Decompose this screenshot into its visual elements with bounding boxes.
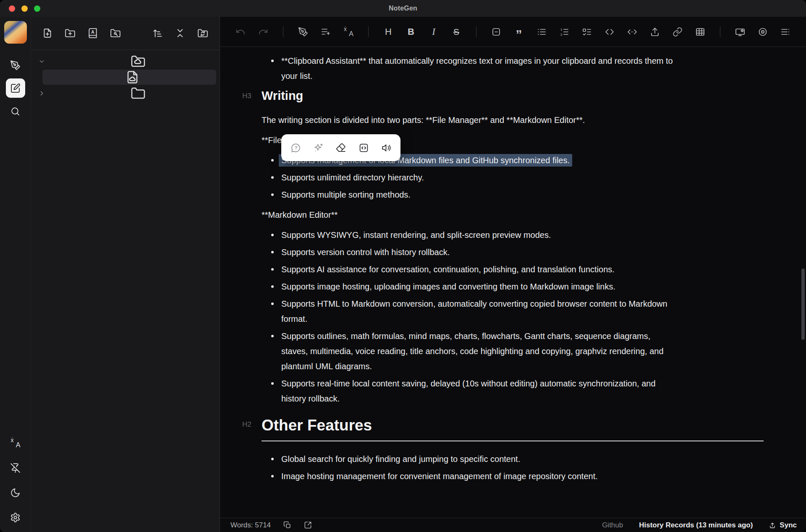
outline-button[interactable]: [780, 27, 790, 37]
link-button[interactable]: [673, 27, 683, 37]
sync-target-label: Github: [602, 521, 623, 529]
ask-ai-button[interactable]: ?: [290, 143, 301, 153]
clear-format-button[interactable]: [336, 143, 346, 153]
ai-polish-button[interactable]: [298, 27, 308, 37]
copy-button[interactable]: [283, 521, 291, 529]
divider-button[interactable]: [491, 27, 501, 37]
close-button[interactable]: [9, 5, 15, 12]
sort-button[interactable]: [152, 28, 163, 39]
ai-continue-button[interactable]: [321, 27, 331, 37]
list-item[interactable]: Image hosting management for convenient …: [281, 469, 768, 484]
redo-button[interactable]: [258, 27, 268, 37]
rail-top-group: [6, 55, 25, 121]
theme-button[interactable]: [6, 483, 25, 502]
preview-button[interactable]: [758, 27, 768, 37]
collapse-all-button[interactable]: [175, 28, 186, 39]
task-list-button[interactable]: [582, 27, 592, 37]
bullet-list: Global search for quickly finding and ju…: [262, 451, 806, 484]
file-plus-icon: [42, 28, 53, 39]
record-mode-button[interactable]: [6, 55, 25, 75]
open-external-button[interactable]: [304, 521, 312, 529]
code-square-icon: [359, 143, 369, 153]
heading-button[interactable]: H: [383, 27, 393, 37]
list-item[interactable]: Supports HTML to Markdown conversion, au…: [281, 296, 768, 326]
italic-button[interactable]: I: [429, 27, 439, 37]
copy-icon: [283, 521, 291, 529]
file-panel-toolbar: A: [31, 17, 220, 50]
status-left: Words: 5714: [230, 521, 312, 529]
search-icon: [10, 106, 21, 117]
code-icon: [604, 27, 615, 37]
list-item[interactable]: Global search for quickly finding and ju…: [281, 451, 768, 467]
bold-button[interactable]: B: [406, 27, 416, 37]
quote-icon: ”: [516, 28, 522, 41]
zoom-button[interactable]: [34, 5, 40, 12]
minimize-button[interactable]: [21, 5, 28, 12]
list-item[interactable]: Supports outlines, math formulas, mind m…: [281, 329, 768, 374]
editor-content[interactable]: **Clipboard Assistant** that automatical…: [220, 47, 806, 518]
writing-mode-button[interactable]: [6, 78, 25, 98]
folder-key-button[interactable]: [110, 28, 121, 39]
translate-button[interactable]: ẋ A: [6, 433, 25, 453]
preview-eye-icon: [758, 27, 768, 37]
avatar[interactable]: [4, 21, 27, 44]
ordered-list-button[interactable]: 12: [559, 27, 569, 37]
search-button[interactable]: [6, 102, 25, 121]
bold-icon: B: [408, 27, 414, 37]
heading-writing[interactable]: H3Writing: [262, 89, 806, 103]
activity-bar: ẋ A: [0, 17, 31, 532]
translate-button[interactable]: ẋ A: [343, 27, 353, 37]
pen-icon: [298, 27, 308, 37]
code-block-button[interactable]: [627, 27, 637, 37]
blockquote-button[interactable]: ”: [514, 27, 524, 37]
list-item[interactable]: Supports image hosting, uploading images…: [281, 279, 768, 294]
pin-off-icon: [10, 463, 21, 473]
paragraph[interactable]: The writing section is divided into two …: [262, 112, 764, 128]
heading-other-features[interactable]: H2Other Features: [262, 416, 764, 441]
new-file-button[interactable]: [42, 28, 53, 39]
inline-code-popup-button[interactable]: [359, 143, 369, 153]
link-icon: [673, 27, 683, 37]
upload-icon: [650, 27, 660, 37]
tree-item-readme[interactable]: Readme.md: [42, 70, 216, 85]
list-item[interactable]: **Clipboard Assistant** that automatical…: [281, 53, 768, 83]
status-bar: Words: 5714 Github History Records (13 m…: [220, 518, 806, 532]
pin-button[interactable]: [6, 458, 25, 477]
sync-button[interactable]: Sync: [769, 521, 797, 529]
bullet-list-button[interactable]: [536, 27, 547, 37]
strikethrough-button[interactable]: S: [451, 27, 461, 37]
table-button[interactable]: [695, 27, 705, 37]
folder-sync-button[interactable]: [197, 28, 208, 39]
moon-icon: [10, 488, 21, 498]
toolbar-separator: [720, 26, 720, 37]
sparkles-icon: [313, 143, 324, 153]
new-folder-button[interactable]: [65, 28, 76, 39]
list-item[interactable]: Supports real-time local content saving,…: [281, 376, 768, 406]
notebook-button[interactable]: A: [87, 28, 98, 39]
svg-text:A: A: [91, 30, 94, 34]
history-records-button[interactable]: History Records (13 minutes ago): [639, 521, 753, 529]
file-tree: NoteGen Readme.md Blog: [31, 50, 220, 101]
file-actions-group: A: [42, 28, 121, 39]
list-item[interactable]: Supports version control with history ro…: [281, 245, 768, 260]
inline-code-button[interactable]: [604, 27, 615, 37]
settings-button[interactable]: [6, 508, 25, 527]
undo-button[interactable]: [236, 27, 246, 37]
list-item[interactable]: Supports WYSIWYG, instant rendering, and…: [281, 227, 768, 243]
tree-item-blog[interactable]: Blog: [35, 86, 216, 101]
undo-icon: [236, 27, 246, 37]
folder-sync-icon: [197, 28, 208, 39]
table-icon: [695, 27, 705, 37]
appearance-button[interactable]: [735, 27, 745, 37]
horizontal-rule-icon: [491, 27, 501, 37]
list-item[interactable]: Supports unlimited directory hierarchy.: [281, 170, 768, 185]
read-aloud-button[interactable]: [381, 143, 392, 153]
editor-scrollbar[interactable]: [801, 269, 805, 340]
ai-optimize-button[interactable]: [313, 143, 324, 153]
traffic-lights: [0, 5, 40, 12]
tree-item-notegen[interactable]: NoteGen: [35, 54, 216, 69]
list-item[interactable]: Supports AI assistance for conversation,…: [281, 262, 768, 277]
paragraph-markdown-editor[interactable]: **Markdown Editor**: [262, 207, 764, 222]
list-item[interactable]: Supports multiple sorting methods.: [281, 187, 768, 202]
upload-image-button[interactable]: [650, 27, 660, 37]
